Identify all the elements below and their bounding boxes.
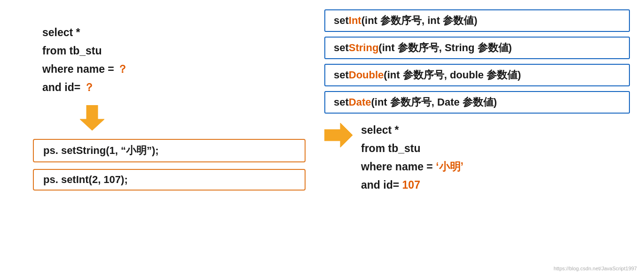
- result-line-4: and id= 107: [361, 176, 463, 194]
- sql-line-4-pre: and id=: [42, 81, 84, 93]
- result-line-2: from tb_stu: [361, 139, 463, 158]
- right-panel: setInt(int 参数序号, int 参数値) setString(int …: [306, 9, 630, 266]
- result-line-3-pre: where name =: [361, 160, 436, 173]
- setint-pre: set: [334, 15, 349, 26]
- result-line-1: select *: [361, 121, 463, 139]
- setstring-post: (int 参数序号, String 参数値): [378, 42, 512, 53]
- left-panel: select * from tb_stu where name = ？ and …: [14, 9, 306, 266]
- result-line-4-val: 107: [402, 179, 420, 191]
- setdouble-pre: set: [334, 69, 349, 81]
- code-box-2-text: ps. setInt(2, 107);: [43, 174, 128, 185]
- sql-line-3-pre: where name =: [42, 63, 117, 75]
- code-box-1: ps. setString(1, “小明”);: [33, 139, 306, 162]
- sql-line-4-q: ？: [84, 81, 94, 93]
- down-arrow-container: [80, 105, 306, 130]
- method-box-setdate: setDate(int 参数序号, Date 参数値): [324, 91, 630, 114]
- sql-line-2: from tb_stu: [42, 42, 306, 60]
- sql-top-block: select * from tb_stu where name = ？ and …: [42, 23, 306, 97]
- svg-marker-0: [80, 105, 104, 130]
- setdouble-post: (int 参数序号, double 参数値): [384, 69, 521, 81]
- method-box-setint: setInt(int 参数序号, int 参数値): [324, 9, 630, 32]
- method-box-setstring: setString(int 参数序号, String 参数値): [324, 37, 630, 59]
- code-box-2: ps. setInt(2, 107);: [33, 169, 306, 191]
- main-container: select * from tb_stu where name = ？ and …: [0, 0, 644, 275]
- sql-result-block: select * from tb_stu where name = ‘小明’ a…: [361, 121, 463, 194]
- method-boxes: setInt(int 参数序号, int 参数値) setString(int …: [324, 9, 630, 114]
- svg-marker-1: [324, 123, 353, 147]
- setdate-colored: Date: [349, 96, 371, 108]
- setstring-pre: set: [334, 42, 349, 53]
- method-box-setdouble: setDouble(int 参数序号, double 参数値): [324, 64, 630, 86]
- result-line-4-pre: and id=: [361, 179, 402, 191]
- setint-post: (int 参数序号, int 参数値): [361, 15, 478, 26]
- watermark: https://blog.csdn.net/JavaScript1997: [554, 266, 637, 271]
- setint-colored: Int: [349, 15, 361, 26]
- setdate-post: (int 参数序号, Date 参数値): [371, 96, 497, 108]
- setdouble-colored: Double: [349, 69, 384, 81]
- sql-line-3-q: ？: [117, 63, 128, 75]
- setstring-colored: String: [349, 42, 379, 53]
- code-box-1-text: ps. setString(1, “小明”);: [43, 145, 159, 156]
- right-arrow-icon: [324, 123, 353, 147]
- result-line-3-val: ‘小明’: [436, 160, 463, 173]
- down-arrow-icon: [80, 105, 104, 130]
- sql-line-4: and id= ？: [42, 78, 306, 97]
- result-line-3: where name = ‘小明’: [361, 158, 463, 176]
- bottom-left-boxes: ps. setString(1, “小明”); ps. setInt(2, 10…: [33, 139, 306, 191]
- setdate-pre: set: [334, 96, 349, 108]
- sql-line-3: where name = ？: [42, 60, 306, 78]
- right-arrow-row: select * from tb_stu where name = ‘小明’ a…: [324, 118, 630, 194]
- sql-line-1: select *: [42, 23, 306, 42]
